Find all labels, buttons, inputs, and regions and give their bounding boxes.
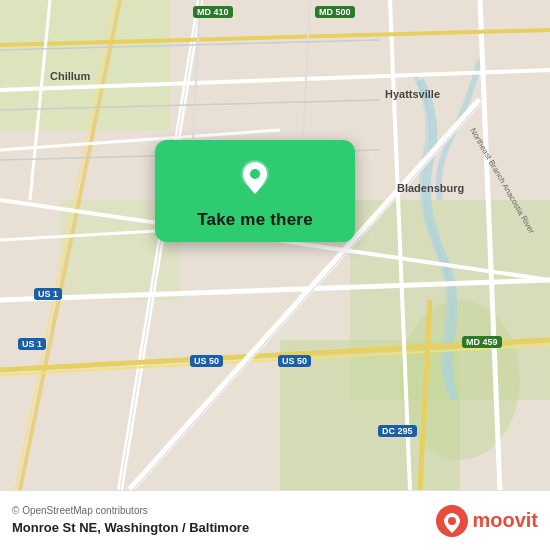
info-bar: © OpenStreetMap contributors Monroe St N… xyxy=(0,490,550,550)
svg-point-33 xyxy=(448,517,456,525)
shield-md-500: MD 500 xyxy=(315,6,355,18)
shield-us1-bottom: US 1 xyxy=(18,338,46,350)
moovit-text: moovit xyxy=(472,509,538,532)
moovit-logo-icon xyxy=(436,505,468,537)
map-container: Northeast Branch Anacostia River Chillum… xyxy=(0,0,550,550)
shield-us50-right: US 50 xyxy=(278,355,311,367)
svg-rect-1 xyxy=(0,0,170,130)
shield-us1-top: US 1 xyxy=(34,288,62,300)
copyright-text: © OpenStreetMap contributors xyxy=(12,505,249,516)
svg-point-4 xyxy=(400,300,520,460)
address-text: Monroe St NE, Washington / Baltimore xyxy=(12,520,249,535)
moovit-logo: moovit xyxy=(436,505,538,537)
shield-us50-left: US 50 xyxy=(190,355,223,367)
shield-md-410: MD 410 xyxy=(193,6,233,18)
location-pin-icon xyxy=(233,156,277,200)
location-info: © OpenStreetMap contributors Monroe St N… xyxy=(12,505,249,536)
take-me-there-button[interactable]: Take me there xyxy=(197,210,313,230)
action-card: Take me there xyxy=(155,140,355,242)
svg-point-31 xyxy=(250,169,260,179)
shield-dc-295: DC 295 xyxy=(378,425,417,437)
shield-md-459: MD 459 xyxy=(462,336,502,348)
